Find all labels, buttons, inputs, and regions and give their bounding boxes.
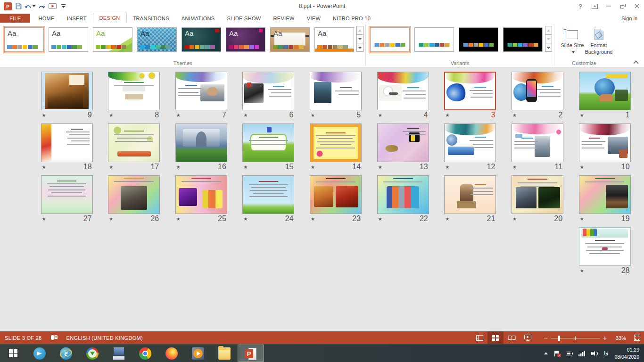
theme-thumbnail-3[interactable]: Aa	[91, 26, 134, 53]
slide-thumbnail-23[interactable]	[310, 175, 362, 214]
slide-thumbnail-5[interactable]	[310, 72, 362, 110]
taskbar-file-explorer-button[interactable]	[211, 345, 238, 362]
variant-thumbnail-4[interactable]	[502, 26, 544, 53]
slide-thumbnail-20[interactable]	[512, 175, 563, 214]
tab-home[interactable]: HOME	[32, 14, 60, 23]
theme-thumbnail-1[interactable]: Aa	[3, 26, 45, 53]
slide-thumbnail-15[interactable]	[242, 123, 294, 162]
tab-file[interactable]: FILE	[0, 14, 30, 23]
taskbar-firefox-button[interactable]	[158, 345, 185, 362]
slide-indicator[interactable]: SLIDE 3 OF 28	[5, 335, 42, 341]
theme-thumbnail-5[interactable]: Aa	[180, 26, 223, 53]
slide-thumbnail-4[interactable]	[377, 72, 429, 110]
theme-thumbnail-4[interactable]: Aa	[136, 26, 178, 53]
save-button[interactable]	[14, 1, 23, 11]
slide-thumbnail-27[interactable]	[41, 175, 93, 214]
gallery-scroll-up-icon[interactable]	[545, 26, 552, 35]
slide-thumbnail-11[interactable]	[512, 123, 563, 162]
help-icon[interactable]: ?	[573, 0, 587, 12]
tab-view[interactable]: VIEW	[301, 14, 327, 23]
slide-thumbnail-8[interactable]	[108, 72, 160, 110]
taskbar-idm-button[interactable]	[79, 345, 106, 362]
gallery-scroll-down-icon[interactable]	[545, 34, 552, 43]
theme-thumbnail-2[interactable]: Aa	[47, 26, 90, 53]
taskbar-powerpoint-button[interactable]	[238, 345, 264, 362]
tab-transitions[interactable]: TRANSITIONS	[127, 14, 175, 23]
slide-thumbnail-2[interactable]	[512, 72, 563, 110]
slide-thumbnail-7[interactable]	[175, 72, 227, 110]
slide-thumbnail-9[interactable]	[41, 72, 93, 110]
theme-thumbnail-7[interactable]: Aa	[269, 26, 311, 53]
language-indicator[interactable]: ENGLISH (UNITED KINGDOM)	[66, 335, 143, 341]
taskbar-media-player-button[interactable]	[185, 345, 211, 362]
zoom-level[interactable]: 33%	[608, 335, 626, 341]
slide-show-icon[interactable]	[520, 331, 536, 344]
gallery-scroll-up-icon[interactable]	[356, 26, 363, 35]
slide-thumbnail-21[interactable]	[444, 175, 496, 214]
tab-review[interactable]: REVIEW	[267, 14, 301, 23]
tab-nitro-pro-10[interactable]: NITRO PRO 10	[327, 14, 377, 23]
language-switcher[interactable]: فا	[604, 350, 608, 357]
tab-design[interactable]: DESIGN	[93, 13, 127, 23]
slide-thumbnail-3[interactable]	[444, 72, 496, 110]
slide-thumbnail-13[interactable]	[377, 123, 429, 162]
slide-thumbnail-10[interactable]	[579, 123, 631, 162]
variant-thumbnail-1[interactable]	[369, 26, 411, 53]
customize-qat-button[interactable]	[58, 1, 68, 11]
slide-thumbnail-1[interactable]	[579, 72, 631, 110]
battery-icon[interactable]	[566, 352, 572, 355]
slide-thumbnail-12[interactable]	[444, 123, 496, 162]
collapse-ribbon-icon[interactable]	[634, 60, 638, 64]
network-signal-icon[interactable]	[578, 351, 585, 356]
slide-thumbnail-28[interactable]	[579, 227, 631, 266]
taskbar-chrome-button[interactable]	[132, 345, 158, 362]
slide-thumbnail-18[interactable]	[41, 123, 93, 162]
zoom-slider[interactable]	[551, 335, 600, 341]
undo-button[interactable]	[25, 1, 35, 11]
slide-thumbnail-24[interactable]	[242, 175, 294, 214]
powerpoint-logo-button[interactable]: P	[3, 1, 12, 11]
gallery-more-icon[interactable]	[356, 43, 363, 52]
spell-check-icon[interactable]	[50, 334, 58, 341]
variant-thumbnail-2[interactable]	[413, 26, 455, 53]
slide-thumbnail-22[interactable]	[377, 175, 429, 214]
slide-thumbnail-16[interactable]	[175, 123, 227, 162]
theme-thumbnail-6[interactable]: Aa	[224, 26, 267, 53]
gallery-scroll-down-icon[interactable]	[356, 34, 363, 43]
sign-in-link[interactable]: Sign in	[621, 16, 637, 21]
zoom-in-icon[interactable]: +	[602, 334, 608, 342]
action-center-flag-icon[interactable]: ×	[554, 351, 560, 356]
slide-thumbnail-14[interactable]	[310, 123, 362, 162]
slide-size-button[interactable]: Slide Size	[559, 26, 586, 59]
taskbar-remote-desktop-button[interactable]	[106, 345, 132, 362]
variant-thumbnail-3[interactable]	[457, 26, 500, 53]
zoom-out-icon[interactable]: −	[542, 334, 549, 342]
slide-thumbnail-19[interactable]	[579, 175, 631, 214]
taskbar-telegram-button[interactable]	[26, 345, 53, 362]
tab-animations[interactable]: ANIMATIONS	[175, 14, 221, 23]
close-icon[interactable]	[630, 0, 644, 12]
slide-thumbnail-25[interactable]	[175, 175, 227, 214]
slide-thumbnail-6[interactable]	[242, 72, 294, 110]
hidden-icons-chevron-icon[interactable]	[544, 352, 548, 354]
redo-button[interactable]	[37, 1, 46, 11]
slide-thumbnail-17[interactable]	[108, 123, 160, 162]
slide-sorter-view-icon[interactable]	[487, 331, 504, 344]
slide-thumbnail-26[interactable]	[108, 175, 160, 214]
fit-slide-to-window-icon[interactable]	[630, 331, 644, 344]
start-from-beginning-button[interactable]	[48, 1, 57, 11]
format-background-button[interactable]: Format Background	[586, 26, 612, 59]
taskbar-ie-button[interactable]	[53, 345, 79, 362]
theme-thumbnail-8[interactable]: Aa	[313, 26, 355, 53]
minimize-icon[interactable]	[602, 0, 616, 12]
gallery-more-icon[interactable]	[545, 43, 552, 52]
taskbar-start-button[interactable]	[0, 345, 26, 362]
restore-icon[interactable]	[616, 0, 630, 12]
reading-view-icon[interactable]	[504, 331, 520, 344]
volume-icon[interactable]	[591, 351, 598, 356]
zoom-slider-thumb[interactable]	[558, 336, 560, 341]
normal-view-icon[interactable]	[471, 331, 487, 344]
tab-slide-show[interactable]: SLIDE SHOW	[221, 14, 267, 23]
ribbon-display-options-icon[interactable]	[587, 0, 602, 12]
tab-insert[interactable]: INSERT	[61, 14, 93, 23]
